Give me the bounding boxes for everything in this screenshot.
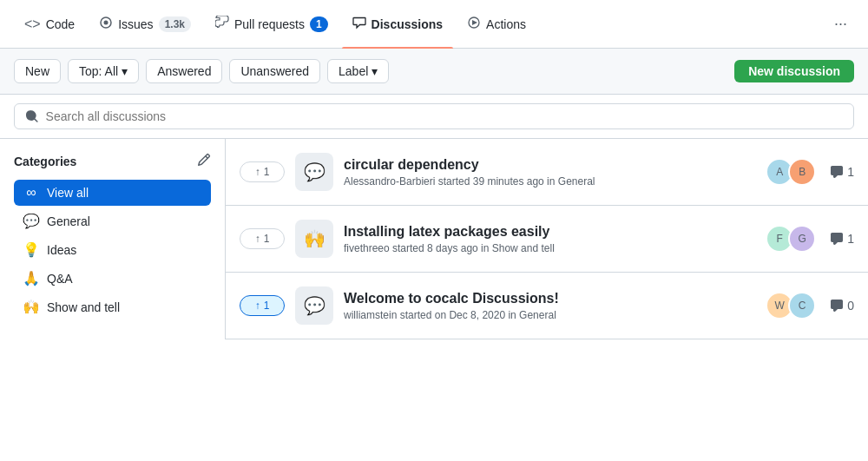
comment-num-2: 1 <box>847 232 854 246</box>
qa-label: Q&A <box>47 272 73 286</box>
vote-count-1: 1 <box>264 166 270 178</box>
avatar: G <box>788 225 816 253</box>
label-chevron-icon: ▾ <box>372 64 378 78</box>
comment-num-3: 0 <box>847 299 854 313</box>
up-arrow-icon: ↑ <box>255 166 260 178</box>
sidebar-item-view-all[interactable]: ∞ View all <box>14 180 211 206</box>
avatar: B <box>788 158 816 186</box>
general-label: General <box>47 214 90 228</box>
nav-pull-requests[interactable]: Pull requests 1 <box>205 0 339 48</box>
new-discussion-button[interactable]: New discussion <box>734 60 854 82</box>
discussion-title-1[interactable]: circular dependency <box>344 157 755 173</box>
nav-more-button[interactable]: ··· <box>827 8 854 40</box>
search-icon <box>25 109 39 123</box>
sidebar-item-qa[interactable]: 🙏 Q&A <box>14 265 211 292</box>
view-all-label: View all <box>47 186 89 200</box>
issues-icon <box>99 16 113 33</box>
comment-icon <box>830 232 844 246</box>
table-row: ↑ 1 🙌 Installing latex packages easily f… <box>226 206 868 273</box>
svg-marker-3 <box>472 20 477 25</box>
discussion-list: ↑ 1 💬 circular dependency Alessandro-Bar… <box>226 139 868 339</box>
nav-issues[interactable]: Issues 1.3k <box>89 0 201 48</box>
search-input-wrap <box>14 103 854 129</box>
nav-pr-label: Pull requests <box>234 17 305 31</box>
nav-discussions-label: Discussions <box>372 17 443 31</box>
discussion-title-2[interactable]: Installing latex packages easily <box>344 224 755 240</box>
label-filter-button[interactable]: Label ▾ <box>327 59 389 83</box>
unanswered-filter-button[interactable]: Unanswered <box>229 59 320 83</box>
pr-badge: 1 <box>310 16 328 32</box>
avatars-2: F G <box>766 225 816 253</box>
comment-count-3: 0 <box>830 299 854 313</box>
sidebar: Categories ∞ View all 💬 General 💡 Ideas … <box>0 139 226 339</box>
search-input[interactable] <box>46 109 843 123</box>
nav-discussions[interactable]: Discussions <box>342 0 453 48</box>
main-content: Categories ∞ View all 💬 General 💡 Ideas … <box>0 139 868 339</box>
vote-button-1[interactable]: ↑ 1 <box>240 161 285 182</box>
discussion-info-3: Welcome to cocalc Discussions! williamst… <box>344 291 755 321</box>
edit-icon[interactable] <box>197 153 211 169</box>
infinity-icon: ∞ <box>23 185 40 201</box>
discussion-meta-2: fivethreeo started 8 days ago in Show an… <box>344 242 755 254</box>
sidebar-item-ideas[interactable]: 💡 Ideas <box>14 236 211 263</box>
issues-badge: 1.3k <box>159 16 191 32</box>
nav-actions[interactable]: Actions <box>457 0 536 48</box>
table-row: ↑ 1 💬 Welcome to cocalc Discussions! wil… <box>226 273 868 339</box>
pr-icon <box>215 16 229 33</box>
comment-count-1: 1 <box>830 165 854 179</box>
general-icon: 💬 <box>23 213 40 229</box>
nav-issues-label: Issues <box>118 17 153 31</box>
top-nav: <> Code Issues 1.3k Pull requests 1 Disc… <box>0 0 868 49</box>
nav-code[interactable]: <> Code <box>14 0 85 48</box>
avatars-1: A B <box>766 158 816 186</box>
comment-icon <box>830 299 844 313</box>
top-all-chevron-icon: ▾ <box>122 64 128 78</box>
vote-count-3: 1 <box>264 300 270 312</box>
up-arrow-icon: ↑ <box>255 300 260 312</box>
avatars-3: W C <box>766 292 816 319</box>
top-all-filter-button[interactable]: Top: All ▾ <box>68 59 139 83</box>
discussion-title-3[interactable]: Welcome to cocalc Discussions! <box>344 291 755 306</box>
discussion-meta-3: williamstein started on Dec 8, 2020 in G… <box>344 309 755 321</box>
vote-button-2[interactable]: ↑ 1 <box>240 228 285 249</box>
comment-icon <box>830 165 844 179</box>
nav-code-label: Code <box>46 17 75 31</box>
comment-count-2: 1 <box>830 232 854 246</box>
actions-icon <box>467 16 481 33</box>
up-arrow-icon: ↑ <box>255 233 260 245</box>
new-filter-button[interactable]: New <box>14 59 61 83</box>
discussion-emoji-2: 🙌 <box>295 220 333 258</box>
discussion-emoji-3: 💬 <box>295 286 333 325</box>
code-icon: <> <box>24 16 41 32</box>
discussions-icon <box>352 16 366 33</box>
comment-num-1: 1 <box>847 165 854 179</box>
discussion-info-1: circular dependency Alessandro-Barbieri … <box>344 157 755 188</box>
qa-icon: 🙏 <box>23 270 40 286</box>
search-bar <box>0 95 868 139</box>
vote-button-3[interactable]: ↑ 1 <box>240 295 285 316</box>
show-tell-label: Show and tell <box>47 300 120 314</box>
toolbar: New Top: All ▾ Answered Unanswered Label… <box>0 49 868 95</box>
answered-filter-button[interactable]: Answered <box>146 59 222 83</box>
ideas-icon: 💡 <box>23 241 40 258</box>
sidebar-item-general[interactable]: 💬 General <box>14 207 211 234</box>
sidebar-header: Categories <box>14 153 211 169</box>
avatar: C <box>788 292 816 319</box>
discussion-meta-1: Alessandro-Barbieri started 39 minutes a… <box>344 175 755 188</box>
vote-count-2: 1 <box>264 233 270 245</box>
table-row: ↑ 1 💬 circular dependency Alessandro-Bar… <box>226 139 868 206</box>
show-tell-icon: 🙌 <box>23 299 40 315</box>
sidebar-item-show-and-tell[interactable]: 🙌 Show and tell <box>14 293 211 320</box>
discussion-emoji-1: 💬 <box>295 153 333 191</box>
svg-point-1 <box>104 20 108 24</box>
discussion-info-2: Installing latex packages easily fivethr… <box>344 224 755 254</box>
sidebar-title: Categories <box>14 155 76 168</box>
ideas-label: Ideas <box>47 243 76 257</box>
nav-actions-label: Actions <box>486 17 526 31</box>
